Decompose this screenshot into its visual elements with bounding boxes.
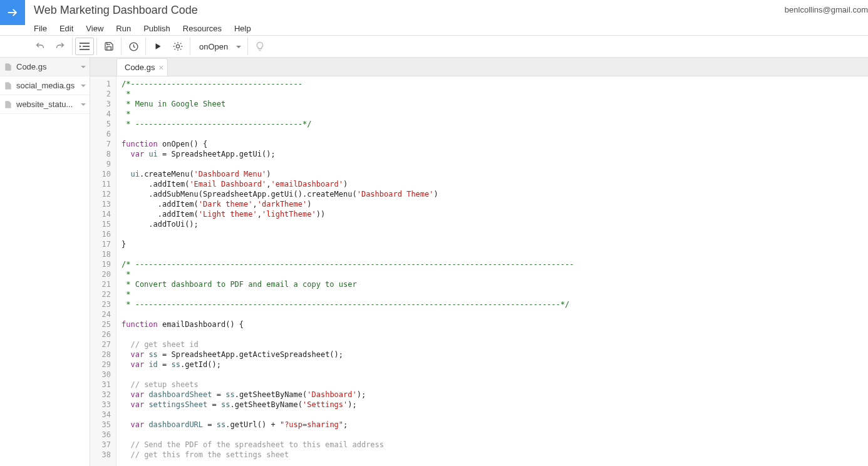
toolbar-separator	[145, 38, 146, 55]
menu-publish[interactable]: Publish	[137, 21, 177, 36]
toolbar: onOpen	[0, 35, 868, 58]
undo-button[interactable]	[31, 38, 49, 55]
file-menu-caret[interactable]	[81, 103, 86, 106]
close-icon[interactable]: ×	[158, 63, 163, 73]
file-name-label: social_media.gs	[16, 81, 78, 90]
code-content[interactable]: /*--------------------------------------…	[116, 76, 868, 466]
file-name-label: website_statu...	[16, 100, 78, 109]
menu-view[interactable]: View	[80, 21, 110, 36]
menubar: FileEditViewRunPublishResourcesHelp	[34, 17, 868, 36]
toolbar-separator	[190, 38, 190, 55]
toolbar-separator	[247, 38, 248, 55]
svg-rect-0	[80, 43, 90, 44]
save-button[interactable]	[100, 38, 118, 55]
function-select[interactable]: onOpen	[192, 38, 245, 55]
doc-title[interactable]: Web Marketing Dashboard Code	[34, 0, 868, 17]
redo-button[interactable]	[51, 38, 70, 55]
editor-tab[interactable]: Code.gs×	[116, 58, 168, 76]
file-icon	[4, 81, 13, 90]
file-item[interactable]: Code.gs	[0, 58, 90, 76]
menu-help[interactable]: Help	[228, 21, 257, 36]
menu-edit[interactable]: Edit	[53, 21, 80, 36]
toolbar-separator	[72, 38, 73, 55]
menu-file[interactable]: File	[34, 21, 53, 36]
file-name-label: Code.gs	[16, 62, 78, 71]
user-email[interactable]: benlcollins@gmail.com	[785, 5, 868, 14]
svg-point-4	[176, 44, 179, 48]
menu-run[interactable]: Run	[110, 21, 137, 36]
menu-resources[interactable]: Resources	[177, 21, 228, 36]
file-menu-caret[interactable]	[81, 66, 86, 68]
indent-button[interactable]	[75, 38, 94, 55]
file-sidebar: Code.gssocial_media.gswebsite_statu...	[0, 58, 90, 466]
file-icon	[4, 100, 13, 109]
tab-label: Code.gs	[125, 63, 155, 72]
file-item[interactable]: website_statu...	[0, 95, 90, 114]
toolbar-separator	[96, 38, 97, 55]
file-icon	[4, 63, 13, 71]
svg-rect-2	[80, 49, 90, 50]
debug-button[interactable]	[168, 38, 187, 55]
editor-tabs: Code.gs×	[90, 58, 868, 76]
triggers-button[interactable]	[124, 38, 143, 55]
toolbar-separator	[121, 38, 121, 55]
run-button[interactable]	[148, 38, 167, 55]
file-item[interactable]: social_media.gs	[0, 76, 90, 95]
app-logo[interactable]	[0, 0, 25, 25]
code-editor[interactable]: 1234567891011121314151617181920212223242…	[90, 76, 868, 466]
file-menu-caret[interactable]	[81, 85, 86, 87]
line-gutter: 1234567891011121314151617181920212223242…	[90, 76, 116, 466]
svg-rect-1	[83, 46, 90, 47]
help-lightbulb-button[interactable]	[251, 38, 269, 55]
